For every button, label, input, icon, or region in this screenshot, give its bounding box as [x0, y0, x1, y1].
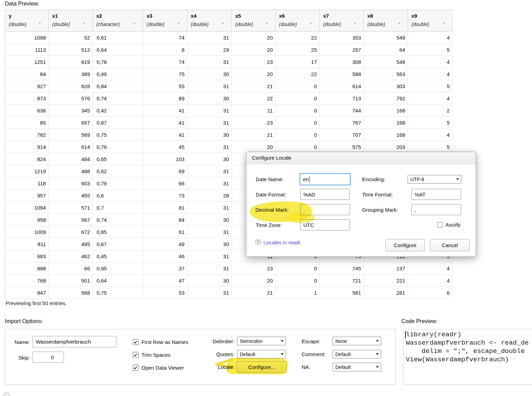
checkbox-icon[interactable]: ✔ [133, 339, 139, 345]
configure-button[interactable]: Configure [385, 239, 425, 251]
table-cell: 6 [408, 287, 452, 299]
column-menu-icon[interactable]: ▾ [398, 22, 400, 25]
column-header-x1[interactable]: x1(double)▾ [49, 10, 93, 32]
table-cell: 495 [49, 238, 93, 250]
table-cell: 45 [143, 141, 187, 153]
table-cell: 636 [5, 104, 49, 117]
table-cell: 4 [408, 92, 452, 104]
date-format-input[interactable] [300, 189, 350, 200]
column-menu-icon[interactable]: ▾ [354, 22, 356, 25]
table-cell: 548 [364, 56, 408, 68]
table-row: 8735760,7489302207137924 [5, 92, 452, 104]
column-header-x9[interactable]: x9(double)▾ [408, 10, 452, 32]
column-header-x7[interactable]: x7(double)▾ [320, 10, 364, 32]
column-header-x8[interactable]: x8(double)▾ [364, 10, 408, 32]
column-name: x5 [235, 13, 275, 19]
cancel-button[interactable]: Cancel [430, 239, 470, 251]
column-header-x3[interactable]: x3(double)▾ [143, 10, 187, 32]
help-icon[interactable] [3, 392, 10, 396]
table-cell: 49 [143, 238, 187, 250]
encoding-select[interactable]: UTF-8 [408, 175, 461, 184]
table-cell: 303 [364, 80, 408, 92]
text-cursor-icon [309, 176, 310, 183]
table-cell: 281 [364, 287, 408, 299]
table-cell: 4 [408, 56, 452, 68]
table-cell: 5 [408, 141, 452, 153]
table-row: 6363450,4241311107441682 [5, 104, 452, 117]
table-cell: 31 [187, 104, 232, 117]
skip-label: Skip: [5, 355, 30, 361]
column-name: y [9, 13, 48, 19]
table-cell: 137 [364, 262, 408, 275]
column-header-x6[interactable]: x6(double)▾ [276, 10, 320, 32]
table-cell: 75 [143, 68, 187, 80]
table-cell: 0 [276, 141, 320, 153]
table-row: 7825690,7541302107071684 [5, 129, 452, 141]
quotes-select[interactable]: Default [237, 350, 286, 359]
name-label: Name: [5, 339, 30, 345]
table-cell: 744 [320, 104, 364, 117]
column-menu-icon[interactable]: ▾ [178, 22, 179, 25]
locale-configure-button[interactable]: Configure... [237, 361, 287, 373]
table-cell: 0,64 [93, 44, 143, 56]
column-menu-icon[interactable]: ▾ [266, 22, 268, 25]
column-header-x5[interactable]: x5(double)▾ [232, 10, 276, 32]
table-cell: 0,49 [93, 68, 143, 80]
column-type: (double) [52, 22, 92, 27]
table-cell: 1219 [5, 165, 49, 177]
table-cell: 5 [408, 44, 452, 56]
table-cell: 21 [232, 129, 276, 141]
date-name-input[interactable]: en [300, 173, 351, 185]
encoding-label: Encoding: [362, 176, 385, 182]
column-menu-icon[interactable]: ▾ [39, 22, 41, 25]
skip-input[interactable] [32, 352, 64, 363]
asciify-checkbox[interactable] [437, 222, 443, 228]
table-cell: 22 [276, 32, 320, 44]
quotes-label: Quotes: [174, 351, 235, 357]
column-menu-icon[interactable]: ▾ [443, 22, 444, 25]
column-header-x2[interactable]: x2(character)▾ [93, 10, 143, 32]
column-menu-icon[interactable]: ▾ [310, 22, 312, 25]
table-cell: 0,7 [93, 202, 143, 214]
table-cell: 0 [276, 129, 320, 141]
checkbox-icon[interactable]: ✔ [133, 352, 139, 358]
column-name: x1 [52, 13, 92, 19]
table-cell: 0,76 [93, 141, 143, 153]
table-cell: 41 [143, 129, 187, 141]
column-menu-icon[interactable]: ▾ [133, 22, 135, 25]
checkbox-icon[interactable]: ✔ [133, 365, 139, 371]
table-cell: 488 [49, 165, 93, 177]
grouping-mark-input[interactable] [411, 204, 461, 215]
table-cell: 30 [187, 129, 232, 141]
table-cell: 31 [187, 117, 232, 129]
table-row: 11135120,648292025297645 [5, 44, 452, 56]
column-header-y[interactable]: y(double)▾ [5, 10, 49, 32]
time-format-label: Time Format: [362, 192, 393, 197]
column-header-x4[interactable]: x4(double)▾ [187, 10, 232, 32]
delimiter-label: Delimiter: [174, 338, 235, 344]
time-format-input[interactable] [411, 189, 461, 200]
table-cell: 0,6 [93, 189, 143, 202]
table-cell: 73 [143, 189, 187, 202]
name-input[interactable] [32, 336, 116, 347]
table-cell: 53 [143, 287, 187, 299]
table-cell: 20 [232, 275, 276, 287]
na-select[interactable]: Default [333, 363, 381, 371]
column-menu-icon[interactable]: ▾ [83, 22, 85, 25]
code-line: Wasserdampfverbrauch <- read_de [406, 339, 532, 347]
decimal-mark-input[interactable] [300, 204, 350, 215]
code-line: delim = ";", escape_double [406, 347, 532, 355]
locales-in-readr-link[interactable]: Locales in readr [263, 239, 301, 245]
table-cell: 20 [232, 44, 276, 56]
table-cell: 84 [143, 214, 187, 226]
table-cell: 721 [320, 275, 364, 287]
escape-select[interactable]: None [333, 337, 381, 345]
comment-select[interactable]: Default [333, 350, 381, 359]
table-cell: 74 [143, 56, 187, 68]
time-zone-input[interactable] [300, 219, 350, 230]
table-cell: 1009 [5, 226, 49, 238]
table-cell: 0,67 [93, 238, 143, 250]
delimiter-select[interactable]: Semicolon [237, 337, 286, 345]
table-cell: 0,95 [93, 262, 143, 275]
column-menu-icon[interactable]: ▾ [222, 22, 224, 25]
